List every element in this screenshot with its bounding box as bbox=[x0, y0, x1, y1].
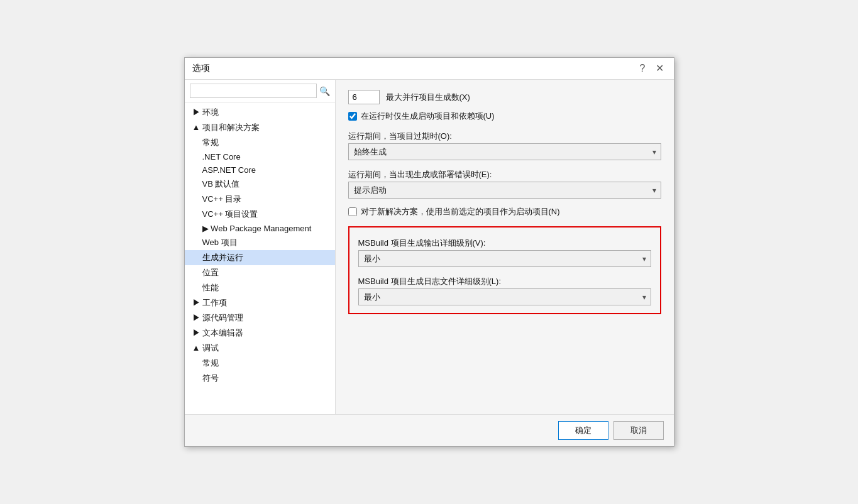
new-solution-label: 对于新解决方案，使用当前选定的项目作为启动项目(N) bbox=[361, 206, 560, 217]
left-panel: 🔍 ▶ 环境 ▲ 项目和解决方案 常规 .NET Core ASP.NET Co… bbox=[185, 80, 336, 414]
tree-item-build-run[interactable]: 生成并运行 bbox=[185, 250, 335, 265]
tree-item-debug-common[interactable]: 常规 bbox=[185, 356, 335, 371]
only-startup-label: 在运行时仅生成启动项目和依赖项(U) bbox=[361, 111, 495, 122]
tree-item-performance[interactable]: 性能 bbox=[185, 280, 335, 295]
search-input[interactable] bbox=[190, 84, 317, 98]
right-panel: 最大并行项目生成数(X) 在运行时仅生成启动项目和依赖项(U) 运行期间，当项目… bbox=[336, 80, 674, 414]
dialog-body: 🔍 ▶ 环境 ▲ 项目和解决方案 常规 .NET Core ASP.NET Co… bbox=[185, 80, 674, 414]
tree-item-location[interactable]: 位置 bbox=[185, 265, 335, 280]
tree-item-text-editor[interactable]: ▶ 文本编辑器 bbox=[185, 326, 335, 341]
tree-item-source-control[interactable]: ▶ 源代码管理 bbox=[185, 310, 335, 326]
msbuild-output-section: MSBuild 项目生成输出详细级别(V): 最小 正常 详细 诊断 ▾ bbox=[358, 235, 651, 267]
tree-item-symbols[interactable]: 符号 bbox=[185, 371, 335, 386]
runtime-expired-label: 运行期间，当项目过期时(O): bbox=[348, 131, 661, 142]
max-parallel-label: 最大并行项目生成数(X) bbox=[386, 92, 470, 103]
search-icon: 🔍 bbox=[319, 86, 330, 96]
msbuild-output-select[interactable]: 最小 正常 详细 诊断 bbox=[358, 250, 651, 267]
tree-item-vc-settings[interactable]: VC++ 项目设置 bbox=[185, 207, 335, 222]
tree-item-web-pkg[interactable]: ▶ Web Package Management bbox=[185, 222, 335, 235]
msbuild-log-label: MSBuild 项目生成日志文件详细级别(L): bbox=[358, 276, 651, 287]
overlay: 选项 ? ✕ 🔍 ▶ 环境 ▲ 项目和解决方案 常规 .NET Core ASP bbox=[0, 0, 858, 504]
runtime-error-label: 运行期间，当出现生成或部署错误时(E): bbox=[348, 169, 661, 180]
runtime-error-section: 运行期间，当出现生成或部署错误时(E): 提示启动 始终启动 从不启动 ▾ bbox=[348, 167, 661, 199]
runtime-error-dropdown-wrapper: 提示启动 始终启动 从不启动 ▾ bbox=[348, 182, 661, 199]
tree-container: ▶ 环境 ▲ 项目和解决方案 常规 .NET Core ASP.NET Core… bbox=[185, 102, 335, 414]
titlebar-buttons: ? ✕ bbox=[637, 63, 666, 74]
close-button[interactable]: ✕ bbox=[653, 63, 666, 74]
dialog: 选项 ? ✕ 🔍 ▶ 环境 ▲ 项目和解决方案 常规 .NET Core ASP bbox=[184, 57, 674, 447]
only-startup-row: 在运行时仅生成启动项目和依赖项(U) bbox=[348, 111, 661, 122]
tree-item-common[interactable]: 常规 bbox=[185, 135, 335, 150]
search-box: 🔍 bbox=[185, 80, 335, 102]
cancel-button[interactable]: 取消 bbox=[613, 421, 664, 440]
tree-item-asp-net-core[interactable]: ASP.NET Core bbox=[185, 163, 335, 177]
only-startup-checkbox[interactable] bbox=[348, 112, 357, 121]
runtime-expired-select[interactable]: 始终生成 从不生成 提示生成 bbox=[348, 143, 661, 160]
tree-item-web-project[interactable]: Web 项目 bbox=[185, 235, 335, 250]
tree-item-work-item[interactable]: ▶ 工作项 bbox=[185, 295, 335, 310]
tree-item-project-solution[interactable]: ▲ 项目和解决方案 bbox=[185, 120, 335, 135]
msbuild-section: MSBuild 项目生成输出详细级别(V): 最小 正常 详细 诊断 ▾ bbox=[348, 226, 661, 314]
msbuild-log-dropdown-wrapper: 最小 正常 详细 诊断 ▾ bbox=[358, 288, 651, 305]
tree-item-debug[interactable]: ▲ 调试 bbox=[185, 341, 335, 356]
max-parallel-input[interactable] bbox=[348, 90, 380, 104]
runtime-expired-section: 运行期间，当项目过期时(O): 始终生成 从不生成 提示生成 ▾ bbox=[348, 128, 661, 160]
tree-item-vb-default[interactable]: VB 默认值 bbox=[185, 177, 335, 192]
max-parallel-row: 最大并行项目生成数(X) bbox=[348, 90, 661, 104]
tree-item-vc-dir[interactable]: VC++ 目录 bbox=[185, 192, 335, 207]
msbuild-log-select[interactable]: 最小 正常 详细 诊断 bbox=[358, 288, 651, 305]
msbuild-output-label: MSBuild 项目生成输出详细级别(V): bbox=[358, 238, 651, 249]
help-button[interactable]: ? bbox=[637, 63, 648, 74]
msbuild-log-section: MSBuild 项目生成日志文件详细级别(L): 最小 正常 详细 诊断 ▾ bbox=[358, 273, 651, 305]
ok-button[interactable]: 确定 bbox=[558, 421, 608, 440]
runtime-expired-dropdown-wrapper: 始终生成 从不生成 提示生成 ▾ bbox=[348, 143, 661, 160]
dialog-title: 选项 bbox=[192, 63, 210, 74]
titlebar: 选项 ? ✕ bbox=[185, 58, 674, 80]
msbuild-output-dropdown-wrapper: 最小 正常 详细 诊断 ▾ bbox=[358, 250, 651, 267]
runtime-error-select[interactable]: 提示启动 始终启动 从不启动 bbox=[348, 182, 661, 199]
dialog-footer: 确定 取消 bbox=[185, 414, 674, 446]
tree-item-huan-jing[interactable]: ▶ 环境 bbox=[185, 105, 335, 120]
tree-item-net-core[interactable]: .NET Core bbox=[185, 150, 335, 163]
new-solution-row: 对于新解决方案，使用当前选定的项目作为启动项目(N) bbox=[348, 206, 661, 217]
new-solution-checkbox[interactable] bbox=[348, 207, 357, 216]
